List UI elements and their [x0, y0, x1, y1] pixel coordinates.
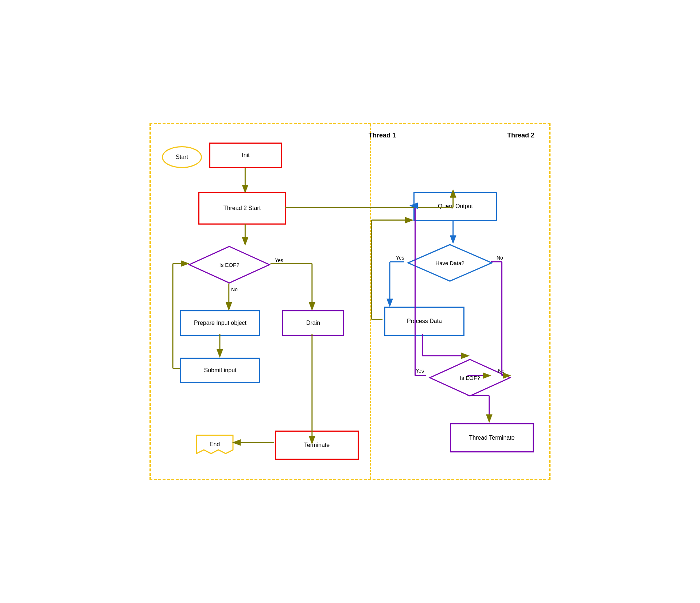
drain-box: Drain [282, 310, 344, 336]
submit-label: Submit input [204, 367, 237, 374]
end-shape: End [195, 433, 235, 455]
terminate-box: Terminate [275, 431, 359, 460]
thread-divider [370, 124, 371, 479]
iseof1-diamond: Is EOF? [187, 245, 271, 285]
havedata-label: Have Data? [435, 260, 464, 266]
processdata-label: Process Data [407, 318, 442, 324]
start-label: Start [176, 154, 188, 160]
iseof2-label: Is EOF? [460, 375, 480, 381]
queryoutput-label: Query Output [438, 203, 473, 210]
prepare-label: Prepare Input object [194, 320, 246, 326]
submit-box: Submit input [180, 358, 260, 383]
yes-label-havedata: Yes [396, 255, 404, 261]
drain-label: Drain [306, 320, 320, 326]
thread1-label: Thread 1 [369, 132, 396, 139]
thread2start-box: Thread 2 Start [198, 192, 286, 225]
prepare-box: Prepare Input object [180, 310, 260, 336]
no-label-havedata: No [497, 255, 503, 261]
init-label: Init [242, 152, 249, 159]
processdata-box: Process Data [384, 307, 464, 336]
yes-label-eof2: Yes [416, 368, 424, 374]
init-box: Init [209, 143, 282, 168]
threadterminate-box: Thread Terminate [450, 423, 534, 452]
no-label-eof1: No [231, 287, 238, 292]
thread2start-label: Thread 2 Start [223, 205, 261, 211]
terminate-label: Terminate [304, 442, 330, 448]
no-label-eof2: No [498, 368, 505, 374]
thread2-label: Thread 2 [507, 132, 534, 139]
end-label: End [210, 441, 220, 448]
yes-label-eof1: Yes [275, 257, 283, 263]
start-shape: Start [162, 146, 202, 168]
havedata-diamond: Have Data? [406, 243, 494, 283]
threadterminate-label: Thread Terminate [469, 435, 514, 441]
diagram-container: Thread 1 Thread 2 Start Init Thread 2 St… [149, 123, 551, 480]
iseof2-diamond: Is EOF? [428, 358, 512, 398]
queryoutput-box: Query Output [413, 192, 497, 221]
iseof1-label: Is EOF? [219, 262, 239, 268]
